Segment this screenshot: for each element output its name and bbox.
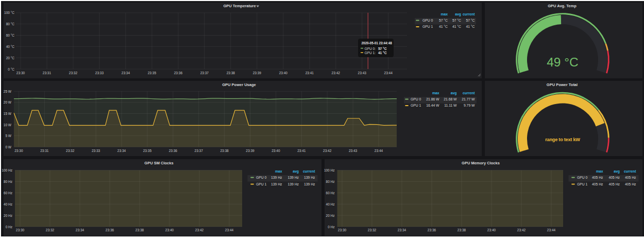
svg-text:avg: avg bbox=[451, 91, 457, 95]
svg-text:49 °C: 49 °C bbox=[547, 55, 579, 69]
svg-text:57 °C: 57 °C bbox=[439, 19, 448, 22]
svg-text:405 Hz: 405 Hz bbox=[591, 176, 603, 179]
svg-text:0 W: 0 W bbox=[5, 145, 11, 149]
svg-text:current: current bbox=[624, 169, 636, 173]
svg-text:20 Hz: 20 Hz bbox=[4, 214, 12, 217]
svg-text:100 °C: 100 °C bbox=[4, 11, 14, 14]
svg-text:current: current bbox=[463, 91, 475, 95]
svg-text:23:38: 23:38 bbox=[135, 228, 144, 232]
svg-text:23:43: 23:43 bbox=[349, 149, 358, 152]
svg-text:405 Hz: 405 Hz bbox=[608, 176, 620, 179]
svg-text:139 Hz: 139 Hz bbox=[287, 176, 299, 179]
svg-text:139 Hz: 139 Hz bbox=[271, 182, 282, 186]
svg-text:20 Hz: 20 Hz bbox=[326, 214, 334, 217]
svg-text:40 °C: 40 °C bbox=[6, 45, 15, 48]
svg-text:23:40: 23:40 bbox=[279, 71, 288, 75]
svg-text:139 Hz: 139 Hz bbox=[304, 182, 315, 186]
svg-text:23:30: 23:30 bbox=[14, 149, 23, 152]
svg-text:GPU 0: GPU 0 bbox=[577, 176, 588, 179]
svg-text:GPU 0:: GPU 0: bbox=[365, 47, 376, 50]
svg-text:21.86 W: 21.86 W bbox=[426, 97, 439, 101]
svg-text:23:36: 23:36 bbox=[169, 149, 178, 152]
svg-text:max: max bbox=[596, 169, 603, 173]
svg-text:23:35: 23:35 bbox=[148, 71, 157, 75]
svg-text:20 W: 20 W bbox=[4, 100, 12, 104]
svg-text:23:40: 23:40 bbox=[487, 228, 496, 232]
svg-text:100 Hz: 100 Hz bbox=[2, 168, 12, 172]
svg-text:80 Hz: 80 Hz bbox=[326, 180, 334, 183]
svg-text:23:34: 23:34 bbox=[397, 228, 406, 232]
svg-text:0 Hz: 0 Hz bbox=[328, 225, 334, 229]
svg-text:23:30: 23:30 bbox=[16, 228, 25, 232]
svg-text:GPU 1: GPU 1 bbox=[411, 104, 421, 107]
svg-text:57 °C: 57 °C bbox=[378, 47, 387, 50]
svg-text:405 Hz: 405 Hz bbox=[624, 182, 636, 186]
svg-text:23:30: 23:30 bbox=[16, 71, 25, 75]
svg-text:23:31: 23:31 bbox=[43, 71, 52, 75]
svg-text:139 Hz: 139 Hz bbox=[287, 182, 299, 186]
svg-text:23:42: 23:42 bbox=[323, 149, 332, 152]
svg-text:23:39: 23:39 bbox=[246, 149, 255, 152]
svg-text:0 °C: 0 °C bbox=[8, 67, 14, 71]
svg-text:23:40: 23:40 bbox=[165, 228, 174, 232]
svg-text:60 Hz: 60 Hz bbox=[4, 191, 12, 195]
svg-text:100 Hz: 100 Hz bbox=[324, 168, 334, 172]
svg-text:23:33: 23:33 bbox=[95, 71, 104, 75]
svg-text:60 °C: 60 °C bbox=[6, 33, 15, 37]
svg-text:23:34: 23:34 bbox=[117, 149, 126, 152]
svg-text:23:35: 23:35 bbox=[143, 149, 152, 152]
svg-text:23:41: 23:41 bbox=[297, 149, 306, 152]
svg-text:23:32: 23:32 bbox=[69, 71, 78, 75]
svg-text:current: current bbox=[463, 12, 475, 16]
svg-text:23:32: 23:32 bbox=[46, 228, 55, 232]
svg-text:23:44: 23:44 bbox=[225, 228, 234, 232]
svg-text:41 °C: 41 °C bbox=[466, 25, 474, 28]
svg-text:range to text kW: range to text kW bbox=[545, 137, 580, 142]
svg-text:23:40: 23:40 bbox=[272, 149, 280, 152]
svg-text:23:42: 23:42 bbox=[332, 71, 341, 75]
svg-text:23:33: 23:33 bbox=[92, 149, 100, 152]
svg-text:23:37: 23:37 bbox=[195, 149, 204, 152]
svg-text:max: max bbox=[432, 91, 439, 95]
svg-text:GPU Memory Clocks: GPU Memory Clocks bbox=[462, 161, 500, 165]
svg-text:current: current bbox=[303, 169, 315, 173]
svg-text:57 °C: 57 °C bbox=[466, 19, 474, 22]
svg-text:15 W: 15 W bbox=[4, 112, 12, 115]
svg-text:23:31: 23:31 bbox=[40, 149, 49, 152]
svg-text:23:38: 23:38 bbox=[220, 149, 229, 152]
svg-text:avg: avg bbox=[293, 169, 299, 174]
svg-text:139 Hz: 139 Hz bbox=[271, 176, 282, 179]
svg-text:GPU SM Clocks: GPU SM Clocks bbox=[144, 161, 173, 165]
svg-text:10 W: 10 W bbox=[4, 123, 12, 127]
svg-text:41 °C: 41 °C bbox=[378, 51, 387, 55]
svg-text:23:38: 23:38 bbox=[227, 71, 235, 75]
svg-text:23:36: 23:36 bbox=[174, 71, 183, 75]
svg-text:60 Hz: 60 Hz bbox=[326, 191, 334, 195]
svg-text:23:32: 23:32 bbox=[367, 228, 376, 232]
svg-text:23:44: 23:44 bbox=[547, 228, 555, 232]
svg-text:max: max bbox=[440, 12, 448, 16]
svg-text:23:38: 23:38 bbox=[457, 228, 466, 232]
svg-text:16.44 W: 16.44 W bbox=[426, 104, 439, 107]
svg-text:21.77 W: 21.77 W bbox=[462, 97, 475, 101]
svg-text:23:34: 23:34 bbox=[76, 228, 84, 232]
svg-text:GPU 1: GPU 1 bbox=[422, 25, 433, 28]
svg-text:GPU 0: GPU 0 bbox=[411, 97, 421, 101]
svg-text:5 W: 5 W bbox=[5, 134, 11, 138]
svg-text:2020-05-01 23:44:48: 2020-05-01 23:44:48 bbox=[362, 41, 393, 45]
svg-text:GPU Temperature: GPU Temperature bbox=[223, 4, 256, 8]
svg-text:23:42: 23:42 bbox=[195, 228, 204, 232]
svg-text:23:32: 23:32 bbox=[66, 149, 75, 152]
svg-text:40 Hz: 40 Hz bbox=[326, 202, 334, 206]
svg-text:41 °C: 41 °C bbox=[439, 25, 448, 28]
svg-text:21.68 W: 21.68 W bbox=[444, 97, 457, 101]
svg-text:23:43: 23:43 bbox=[358, 71, 367, 75]
svg-text:40 Hz: 40 Hz bbox=[4, 202, 12, 206]
svg-text:23:34: 23:34 bbox=[122, 71, 130, 75]
svg-text:23:44: 23:44 bbox=[375, 149, 383, 152]
svg-text:GPU 1: GPU 1 bbox=[577, 182, 588, 186]
svg-text:avg: avg bbox=[614, 169, 620, 174]
svg-text:23:42: 23:42 bbox=[517, 228, 526, 232]
svg-text:57 °C: 57 °C bbox=[452, 19, 461, 22]
svg-text:80 Hz: 80 Hz bbox=[4, 180, 12, 183]
